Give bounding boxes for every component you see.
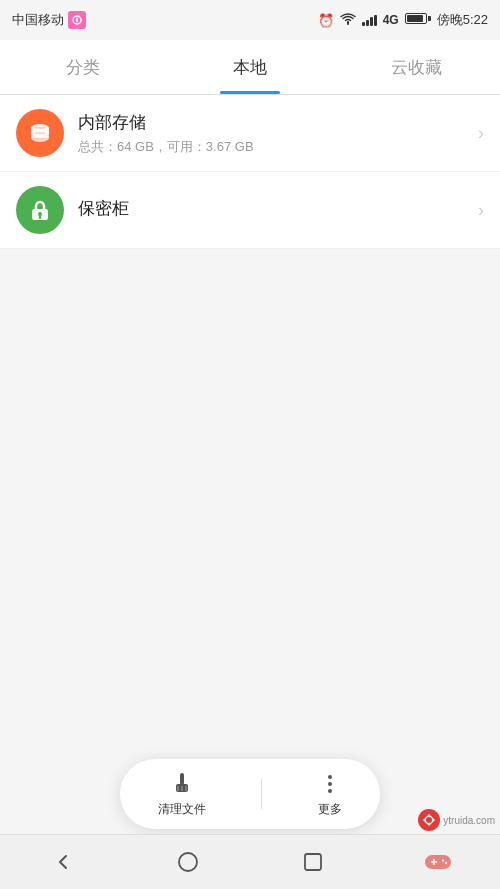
battery-icon: [405, 13, 431, 27]
content-area: 内部存储 总共：64 GB，可用：3.67 GB › 保密柜 ›: [0, 95, 500, 249]
watermark-icon: [418, 809, 440, 831]
svg-rect-22: [305, 854, 321, 870]
wifi-icon: [340, 12, 356, 28]
toolbar-divider: [261, 779, 262, 809]
watermark-text: ytruida.com: [443, 815, 495, 826]
carrier-name: 中国移动: [12, 11, 64, 29]
svg-point-26: [441, 859, 443, 861]
time-display: 傍晚5:22: [437, 11, 488, 29]
home-button[interactable]: [158, 842, 218, 882]
tab-classify[interactable]: 分类: [0, 40, 167, 94]
network-type: 4G: [383, 13, 399, 27]
svg-point-20: [426, 817, 432, 823]
securebox-text: 保密柜: [78, 197, 478, 224]
storage-chevron: ›: [478, 123, 484, 144]
svg-point-18: [328, 789, 332, 793]
secure-box-item[interactable]: 保密柜 ›: [0, 172, 500, 249]
storage-title: 内部存储: [78, 111, 478, 134]
svg-point-17: [328, 782, 332, 786]
svg-rect-11: [180, 773, 184, 785]
tab-bar: 分类 本地 云收藏: [0, 40, 500, 95]
game-icon: [408, 842, 468, 882]
signal-icon: [362, 15, 377, 26]
securebox-icon: [16, 186, 64, 234]
tab-local[interactable]: 本地: [167, 40, 334, 94]
securebox-chevron: ›: [478, 200, 484, 221]
alarm-icon: ⏰: [318, 13, 334, 28]
status-bar: 中国移动 ⏰: [0, 0, 500, 40]
storage-text: 内部存储 总共：64 GB，可用：3.67 GB: [78, 111, 478, 156]
svg-point-5: [31, 134, 49, 142]
storage-subtitle: 总共：64 GB，可用：3.67 GB: [78, 138, 478, 156]
tab-cloud[interactable]: 云收藏: [333, 40, 500, 94]
svg-rect-23: [425, 855, 451, 869]
recent-button[interactable]: [283, 842, 343, 882]
bottom-toolbar: 清理文件 更多: [120, 759, 380, 829]
clean-files-label: 清理文件: [158, 801, 206, 818]
svg-point-27: [444, 862, 446, 864]
clean-files-button[interactable]: 清理文件: [138, 763, 226, 826]
back-button[interactable]: [33, 842, 93, 882]
svg-point-16: [328, 775, 332, 779]
securebox-title: 保密柜: [78, 197, 478, 220]
more-button[interactable]: 更多: [297, 763, 363, 826]
watermark: ytruida.com: [418, 809, 495, 831]
carrier-info: 中国移动: [12, 11, 86, 29]
more-label: 更多: [318, 801, 342, 818]
nav-bar: [0, 834, 500, 889]
internal-storage-item[interactable]: 内部存储 总共：64 GB，可用：3.67 GB ›: [0, 95, 500, 172]
status-icons: ⏰ 4G: [318, 11, 488, 29]
storage-icon: [16, 109, 64, 157]
svg-point-21: [179, 853, 197, 871]
carrier-icon: [68, 11, 86, 29]
